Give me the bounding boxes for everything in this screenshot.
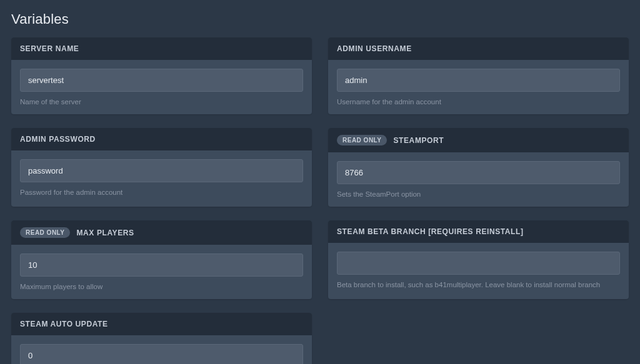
card-header: SERVER NAME: [11, 37, 312, 60]
variables-grid: SERVER NAME Name of the server ADMIN USE…: [11, 37, 629, 364]
field-label: SERVER NAME: [20, 44, 79, 53]
server-name-input[interactable]: [20, 69, 303, 92]
help-text: Username for the admin account: [337, 97, 620, 107]
card-header: STEAM BETA BRANCH [REQUIRES REINSTALL]: [328, 220, 629, 243]
help-text: Password for the admin account: [20, 187, 303, 197]
card-server-name: SERVER NAME Name of the server: [11, 37, 312, 114]
readonly-badge: READ ONLY: [20, 227, 70, 238]
max-players-input: [20, 253, 303, 277]
help-text: Sets the SteamPort option: [337, 189, 620, 199]
steam-auto-update-input[interactable]: [20, 344, 303, 364]
card-body: Sets the SteamPort option: [328, 152, 629, 207]
card-steam-auto-update: STEAM AUTO UPDATE Enable or disable auto…: [11, 313, 312, 364]
field-label: ADMIN USERNAME: [337, 44, 412, 53]
card-header: READ ONLY STEAMPORT: [328, 128, 629, 152]
card-body: Name of the server: [11, 60, 312, 114]
admin-password-input[interactable]: [20, 159, 303, 182]
steam-beta-branch-input[interactable]: [337, 252, 620, 275]
card-admin-username: ADMIN USERNAME Username for the admin ac…: [328, 37, 629, 114]
field-label: ADMIN PASSWORD: [20, 135, 96, 144]
card-body: Maximum players to allow: [11, 245, 312, 299]
card-steamport: READ ONLY STEAMPORT Sets the SteamPort o…: [328, 128, 629, 207]
card-header: ADMIN PASSWORD: [11, 128, 312, 150]
card-header: STEAM AUTO UPDATE: [11, 313, 312, 335]
help-text: Maximum players to allow: [20, 282, 303, 292]
card-steam-beta-branch: STEAM BETA BRANCH [REQUIRES REINSTALL] B…: [328, 220, 629, 299]
card-admin-password: ADMIN PASSWORD Password for the admin ac…: [11, 128, 312, 207]
help-text: Name of the server: [20, 97, 303, 107]
help-text: Beta branch to install, such as b41multi…: [337, 280, 620, 290]
field-label: MAX PLAYERS: [76, 229, 134, 237]
card-body: Enable or disable auto-update on startup…: [11, 335, 312, 364]
card-body: Beta branch to install, such as b41multi…: [328, 243, 629, 297]
readonly-badge: READ ONLY: [337, 135, 387, 145]
steamport-input: [337, 161, 620, 184]
field-label: STEAMPORT: [393, 136, 444, 145]
card-header: ADMIN USERNAME: [328, 37, 629, 60]
field-label: STEAM AUTO UPDATE: [20, 320, 108, 328]
page-title: Variables: [11, 11, 629, 27]
card-header: READ ONLY MAX PLAYERS: [11, 220, 312, 245]
card-body: Username for the admin account: [328, 60, 629, 114]
field-label: STEAM BETA BRANCH [REQUIRES REINSTALL]: [337, 227, 524, 236]
card-max-players: READ ONLY MAX PLAYERS Maximum players to…: [11, 220, 312, 299]
card-body: Password for the admin account: [11, 150, 312, 205]
admin-username-input[interactable]: [337, 69, 620, 92]
